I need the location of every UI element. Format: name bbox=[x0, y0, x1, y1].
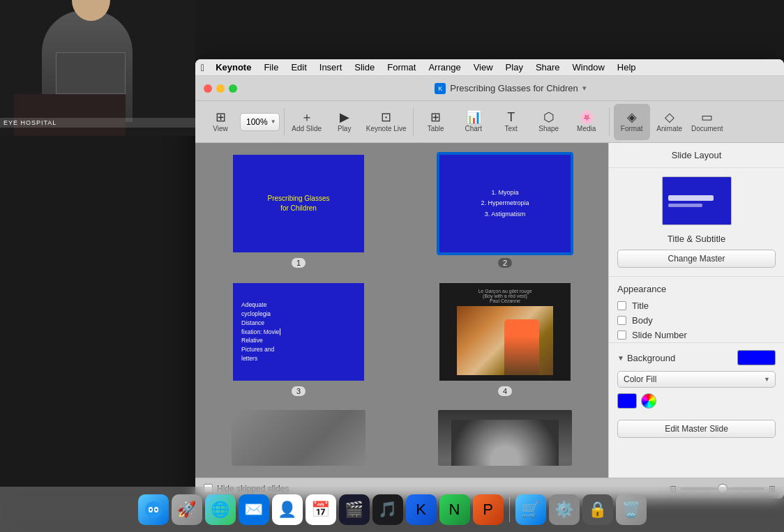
add-icon: ＋ bbox=[301, 111, 313, 123]
table-button[interactable]: ⊞ Table bbox=[418, 104, 454, 140]
slide-thumb-6[interactable] bbox=[438, 410, 572, 466]
color-wheel-button[interactable] bbox=[641, 393, 656, 409]
minimize-button[interactable] bbox=[216, 84, 225, 93]
color-row bbox=[617, 393, 776, 409]
shape-button[interactable]: ⬡ Shape bbox=[531, 104, 567, 140]
menu-edit[interactable]: Edit bbox=[285, 59, 312, 75]
toolbar-separator-2 bbox=[413, 108, 414, 136]
change-master-button[interactable]: Change Master bbox=[617, 250, 776, 268]
svg-point-3 bbox=[149, 508, 151, 510]
menu-window[interactable]: Window bbox=[567, 59, 610, 75]
slide-item-5[interactable] bbox=[206, 410, 391, 466]
media-button[interactable]: 🌸 Media bbox=[568, 104, 605, 140]
title-bar: K Prescribing Glasses for Chidren ▾ bbox=[195, 76, 784, 101]
dock-safari[interactable]: 🌐 bbox=[205, 494, 236, 525]
keynote-file-icon: K bbox=[435, 83, 446, 94]
maximize-button[interactable] bbox=[229, 84, 237, 93]
dock-finder[interactable] bbox=[138, 494, 169, 525]
right-panel: Slide Layout Title & Subtitle Change Mas… bbox=[608, 143, 784, 478]
traffic-lights bbox=[204, 84, 237, 93]
title-checkbox[interactable] bbox=[617, 301, 626, 310]
view-icon: ⊞ bbox=[216, 111, 226, 123]
text-button[interactable]: T Text bbox=[493, 104, 529, 140]
document-button[interactable]: ▭ Document bbox=[689, 104, 725, 140]
window-title: K Prescribing Glasses for Chidren ▾ bbox=[246, 83, 776, 94]
format-button[interactable]: ◈ Format bbox=[614, 104, 650, 140]
toolbar: ⊞ View 100% ＋ Add Slide ▶ Play ⊡ Keynote… bbox=[195, 101, 784, 143]
background-color-swatch[interactable] bbox=[737, 350, 776, 365]
slide-item-6[interactable] bbox=[412, 410, 598, 466]
dock-pages[interactable]: P bbox=[473, 494, 504, 525]
slide-thumb-5[interactable] bbox=[232, 410, 365, 466]
dock-mail[interactable]: ✉️ bbox=[239, 494, 269, 525]
view-button[interactable]: ⊞ View bbox=[202, 104, 239, 140]
collapse-icon[interactable]: ▼ bbox=[617, 354, 624, 362]
slide-number-4: 4 bbox=[498, 386, 512, 396]
play-icon: ▶ bbox=[340, 111, 349, 123]
dock-security[interactable]: 🔒 bbox=[582, 494, 613, 525]
menu-arrange[interactable]: Arrange bbox=[423, 59, 466, 75]
slide-thumb-3[interactable]: Adequate cycloplegia Distance fixation: … bbox=[232, 282, 365, 382]
fill-type-select[interactable]: Color Fill bbox=[617, 371, 776, 388]
dock-calendar[interactable]: 📅 bbox=[306, 494, 336, 525]
slide-panel[interactable]: Prescribing Glasses for Children 1 1. My… bbox=[195, 143, 608, 478]
animate-button[interactable]: ◇ Animate bbox=[651, 104, 688, 140]
slide-number-checkbox-row: Slide Number bbox=[609, 328, 784, 342]
close-button[interactable] bbox=[204, 84, 212, 93]
dock-imovie[interactable]: 🎬 bbox=[339, 494, 370, 525]
dock-launchpad[interactable]: 🚀 bbox=[172, 494, 202, 525]
text-icon: T bbox=[507, 111, 515, 123]
media-icon: 🌸 bbox=[579, 111, 594, 123]
menu-view[interactable]: View bbox=[468, 59, 499, 75]
layout-title-line bbox=[668, 195, 714, 201]
slide-number-1: 1 bbox=[292, 258, 306, 268]
menu-insert[interactable]: Insert bbox=[314, 59, 348, 75]
slide-item-4[interactable]: Le Garçon au gilet rouge(Boy with a red … bbox=[412, 282, 598, 396]
menu-format[interactable]: Format bbox=[382, 59, 421, 75]
slide-thumb-4[interactable]: Le Garçon au gilet rouge(Boy with a red … bbox=[438, 282, 572, 382]
menu-slide[interactable]: Slide bbox=[349, 59, 380, 75]
slide-thumb-1[interactable]: Prescribing Glasses for Children bbox=[232, 153, 365, 254]
zoom-dropdown[interactable]: 100% bbox=[240, 113, 280, 131]
color-swatch-small[interactable] bbox=[617, 393, 637, 409]
body-checkbox[interactable] bbox=[617, 316, 626, 325]
background-section: ▼ Background Color Fill bbox=[609, 342, 784, 413]
apple-menu[interactable]:  bbox=[201, 62, 204, 73]
menu-share[interactable]: Share bbox=[530, 59, 566, 75]
slide-item-1[interactable]: Prescribing Glasses for Children 1 bbox=[206, 153, 391, 268]
dock-contacts[interactable]: 👤 bbox=[272, 494, 303, 525]
play-button[interactable]: ▶ Play bbox=[326, 104, 363, 140]
slide-thumb-2[interactable]: 1. Myopia 2. Hypermetropia 3. Astigmatis… bbox=[438, 153, 572, 254]
table-icon: ⊞ bbox=[430, 111, 441, 123]
chart-button[interactable]: 📊 Chart bbox=[455, 104, 492, 140]
menu-keynote[interactable]: Keynote bbox=[210, 59, 257, 75]
dock: 🚀 🌐 ✉️ 👤 📅 🎬 🎵 K N P 🛒 ⚙️ 🔒 🗑️ bbox=[0, 487, 784, 532]
dock-music[interactable]: 🎵 bbox=[372, 494, 403, 525]
camera-feed: EYE HOSPITAL bbox=[0, 0, 195, 136]
panel-section-title: Slide Layout bbox=[609, 143, 784, 168]
slide-item-2[interactable]: 1. Myopia 2. Hypermetropia 3. Astigmatis… bbox=[412, 153, 598, 268]
svg-point-0 bbox=[145, 501, 162, 518]
layout-name: Title & Subtitle bbox=[609, 234, 784, 250]
dock-keynote[interactable]: K bbox=[406, 494, 437, 525]
appearance-header: Appearance bbox=[609, 276, 784, 298]
menu-bar:  Keynote File Edit Insert Slide Format … bbox=[195, 59, 784, 76]
toolbar-separator-1 bbox=[284, 108, 285, 136]
animate-icon: ◇ bbox=[665, 111, 674, 123]
keynote-live-button[interactable]: ⊡ Keynote Live bbox=[364, 104, 409, 140]
background-label: ▼ Background bbox=[617, 353, 675, 363]
dock-trash[interactable]: 🗑️ bbox=[616, 494, 647, 525]
title-label: Title bbox=[632, 301, 649, 311]
dock-settings[interactable]: ⚙️ bbox=[549, 494, 580, 525]
dock-appstore[interactable]: 🛒 bbox=[515, 494, 546, 525]
edit-master-slide-button[interactable]: Edit Master Slide bbox=[617, 420, 776, 438]
dock-numbers[interactable]: N bbox=[439, 494, 470, 525]
slide-number-checkbox[interactable] bbox=[617, 330, 626, 340]
add-slide-button[interactable]: ＋ Add Slide bbox=[289, 104, 325, 140]
dock-separator bbox=[509, 497, 510, 522]
main-content: Prescribing Glasses for Children 1 1. My… bbox=[195, 143, 784, 478]
menu-play[interactable]: Play bbox=[500, 59, 529, 75]
menu-help[interactable]: Help bbox=[612, 59, 642, 75]
menu-file[interactable]: File bbox=[258, 59, 284, 75]
slide-item-3[interactable]: Adequate cycloplegia Distance fixation: … bbox=[206, 282, 391, 396]
